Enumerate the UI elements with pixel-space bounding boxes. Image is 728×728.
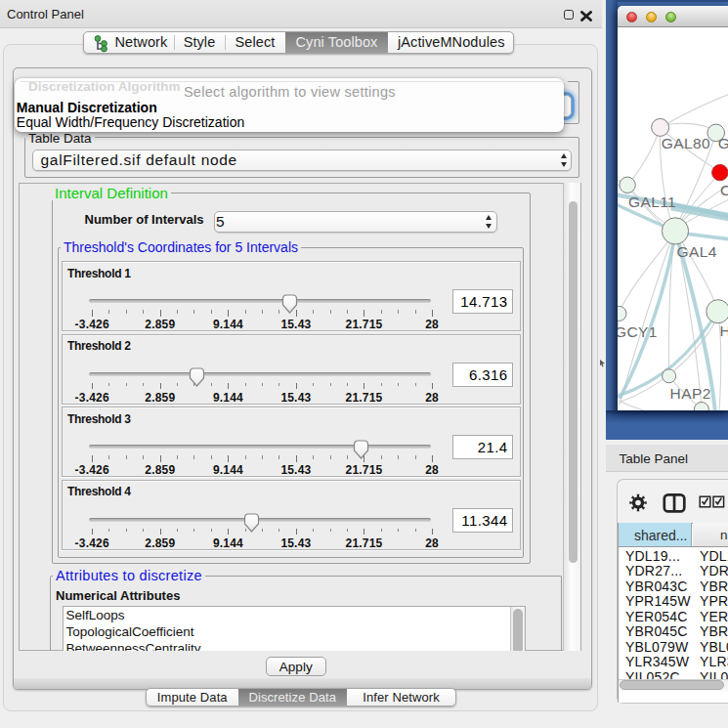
svg-text:GAL80: GAL80 (661, 135, 709, 151)
svg-text:GAL4: GAL4 (676, 243, 716, 260)
svg-text:HAP1: HAP1 (719, 322, 728, 339)
svg-text:HAP2: HAP2 (669, 385, 710, 402)
svg-text:GCY1: GCY1 (618, 323, 658, 340)
svg-text:GAL11: GAL11 (628, 193, 676, 210)
svg-text:GAL3: GAL3 (717, 135, 728, 151)
svg-text:CRT1: CRT1 (720, 182, 728, 198)
